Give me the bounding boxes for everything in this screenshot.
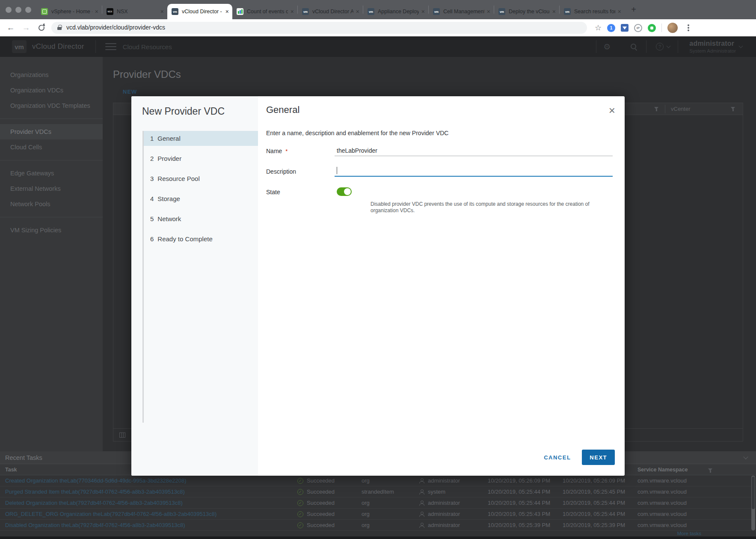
hamburger-icon[interactable] <box>105 43 116 50</box>
filter-icon[interactable] <box>708 468 712 471</box>
forward-button[interactable]: → <box>21 23 31 33</box>
task-row: Deleted Organization theLab(7927db4f-076… <box>0 498 756 509</box>
adblock-extension-icon[interactable] <box>648 24 656 32</box>
zoom-window-button[interactable] <box>25 7 31 13</box>
app-header: vm vCloud Director Cloud Resources ⚙ ? a… <box>0 36 756 57</box>
task-end-time: 10/20/2019, 05:25:45 PM <box>563 489 637 495</box>
wizard-step-provider[interactable]: 2 Provider <box>144 151 258 166</box>
wizard-step-resource-pool[interactable]: 3 Resource Pool <box>144 171 258 186</box>
service-namespace-column-header[interactable]: Service Namespace <box>637 467 688 473</box>
wizard-content: × General Enter a name, description and … <box>258 96 625 476</box>
wizard-nav-panel: New Provider VDC 1 General 2 Provider 3 … <box>131 96 258 476</box>
collapse-chevron-icon[interactable] <box>743 454 748 459</box>
name-field[interactable]: theLabProvider <box>335 145 613 156</box>
nav-cloud-resources[interactable]: Cloud Resources <box>123 43 172 50</box>
task-user: administrator <box>428 477 460 484</box>
tasks-scrollbar[interactable] <box>751 476 755 530</box>
help-icon[interactable]: ? <box>656 43 664 50</box>
wizard-footer: CANCEL NEXT <box>544 450 615 465</box>
gear-icon[interactable]: ⚙ <box>603 42 611 51</box>
browser-tab-vcloud-director-active[interactable]: vm vCloud Director - Pro × <box>167 4 232 19</box>
task-link[interactable]: Created Organization theLab(770346dd-5d6… <box>5 477 297 484</box>
state-toggle[interactable] <box>337 187 352 196</box>
ip-extension-icon[interactable]: IP <box>634 24 642 32</box>
close-icon[interactable]: × <box>356 9 359 15</box>
browser-menu-icon[interactable] <box>688 27 689 29</box>
vm-icon: vm <box>368 8 374 15</box>
close-icon[interactable]: × <box>291 9 294 15</box>
reload-button[interactable] <box>39 25 44 31</box>
minimize-window-button[interactable] <box>15 7 21 13</box>
status-text: Succeeded <box>307 500 335 506</box>
cancel-button[interactable]: CANCEL <box>544 454 571 461</box>
close-icon[interactable]: × <box>609 105 615 116</box>
close-icon[interactable]: × <box>618 9 621 15</box>
task-row: ORG_DELETE_ORG Organization theLab(7927d… <box>0 509 756 520</box>
description-field[interactable] <box>335 166 613 177</box>
window-bottom-bar <box>0 536 756 539</box>
columns-icon[interactable] <box>119 432 125 438</box>
close-icon[interactable]: × <box>160 9 164 15</box>
sidebar-item-vm-sizing-policies[interactable]: VM Sizing Policies <box>0 222 103 238</box>
browser-tab-search-results[interactable]: vm Search results for Ne × <box>560 4 625 19</box>
task-row: Created Organization theLab(770346dd-5d6… <box>0 475 756 486</box>
task-link[interactable]: Deleted Organization theLab(7927db4f-076… <box>5 500 297 506</box>
browser-tab-count-of-events[interactable]: Count of events over × <box>232 4 297 19</box>
task-object-type: strandedItem <box>362 489 419 495</box>
task-link[interactable]: ORG_DELETE_ORG Organization theLab(7927d… <box>5 511 297 517</box>
browser-tab-vcloud-arch[interactable]: vm vCloud Director Archi × <box>298 4 363 19</box>
lock-icon[interactable] <box>57 27 62 30</box>
header-divider <box>596 40 596 53</box>
onepassword-extension-icon[interactable]: 1 <box>607 24 615 32</box>
required-mark: * <box>285 148 288 154</box>
task-link[interactable]: Disabled Organization theLab(7927db4f-07… <box>5 522 297 528</box>
next-button[interactable]: NEXT <box>582 450 615 465</box>
address-bar[interactable]: vcd.vlab/provider/cloud/provider-vdcs <box>51 22 587 34</box>
download-extension-icon[interactable] <box>621 24 629 32</box>
new-button[interactable]: NEW <box>123 89 137 95</box>
sidebar-item-organization-vdc-templates[interactable]: Organization VDC Templates <box>0 98 103 113</box>
filter-icon[interactable] <box>731 107 735 110</box>
bookmark-star-icon[interactable]: ☆ <box>595 23 602 33</box>
sidebar-item-edge-gateways[interactable]: Edge Gateways <box>0 166 103 181</box>
more-tasks-link[interactable]: More tasks <box>677 531 701 536</box>
browser-tab-appliance-deploy[interactable]: vm Appliance Deploymen × <box>363 4 428 19</box>
wizard-step-network[interactable]: 5 Network <box>144 211 258 226</box>
close-icon[interactable]: × <box>95 9 98 15</box>
search-icon[interactable] <box>630 43 637 50</box>
task-link[interactable]: Purged Stranded Item theLab(7927db4f-076… <box>5 489 297 495</box>
sidebar-item-network-pools[interactable]: Network Pools <box>0 196 103 212</box>
wizard-step-general[interactable]: 1 General <box>144 131 258 146</box>
url-text: vcd.vlab/provider/cloud/provider-vdcs <box>66 24 165 31</box>
toolbar-divider <box>661 24 662 32</box>
success-icon <box>297 478 303 484</box>
description-row: Description <box>266 166 625 177</box>
close-icon[interactable]: × <box>552 9 556 15</box>
sidebar-item-provider-vdcs[interactable]: Provider VDCs <box>0 124 103 139</box>
close-window-button[interactable] <box>6 7 12 13</box>
tab-label: vCloud Director - Pro <box>182 9 223 15</box>
sidebar-group: VM Sizing Policies <box>0 217 103 243</box>
new-tab-button[interactable]: + <box>627 5 640 15</box>
browser-tab-cell-management[interactable]: vm Cell Management Too × <box>429 4 494 19</box>
step-number: 5 <box>150 211 154 226</box>
browser-tab-vsphere[interactable]: vSphere - Home - Su × <box>37 4 102 19</box>
wizard-step-ready-to-complete[interactable]: 6 Ready to Complete <box>144 231 258 246</box>
back-button[interactable]: ← <box>6 23 15 33</box>
browser-tab-deploy-vcloud[interactable]: vm Deploy the vCloud Di × <box>494 4 559 19</box>
sidebar-item-organization-vdcs[interactable]: Organization VDCs <box>0 83 103 98</box>
sidebar-item-cloud-cells[interactable]: Cloud Cells <box>0 139 103 155</box>
wizard-step-storage[interactable]: 4 Storage <box>144 191 258 206</box>
vcenter-column-header[interactable]: vCenter <box>671 106 691 112</box>
close-icon[interactable]: × <box>421 9 425 15</box>
header-divider <box>95 40 96 53</box>
close-icon[interactable]: × <box>487 9 490 15</box>
user-menu[interactable]: administrator System Administrator <box>689 40 736 53</box>
wizard-steps: 1 General 2 Provider 3 Resource Pool 4 S… <box>142 131 258 423</box>
browser-tab-nsx[interactable]: NSX NSX × <box>102 4 167 19</box>
browser-profile-avatar[interactable] <box>667 23 678 33</box>
sidebar-item-organizations[interactable]: Organizations <box>0 67 103 83</box>
close-icon[interactable]: × <box>225 9 229 15</box>
filter-icon[interactable] <box>654 107 658 110</box>
sidebar-item-external-networks[interactable]: External Networks <box>0 181 103 196</box>
